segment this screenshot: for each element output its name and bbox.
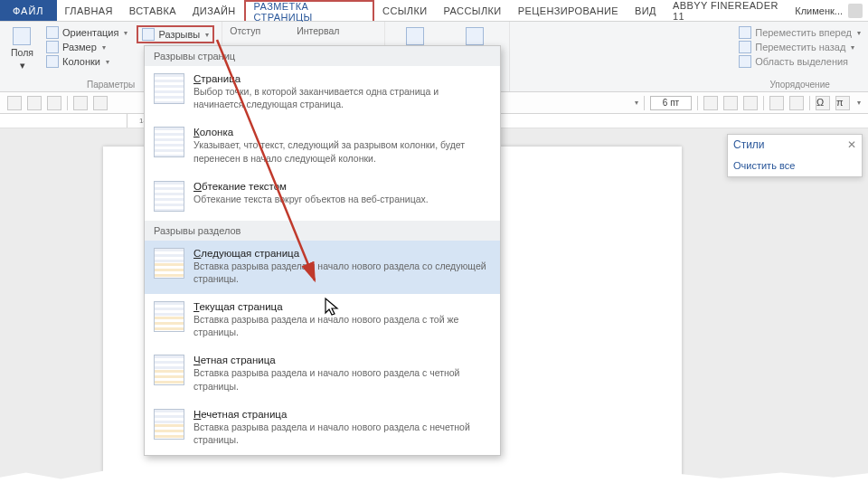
item-desc: Вставка разрыва раздела и начало нового … [193, 260, 491, 285]
close-icon[interactable]: ✕ [847, 138, 856, 151]
selection-pane-label: Область выделения [755, 56, 848, 67]
separator [644, 96, 645, 110]
qat-omega-icon[interactable]: Ω [816, 96, 830, 110]
chevron-down-icon[interactable]: ▾ [635, 99, 638, 107]
tab-references[interactable]: ССЫЛКИ [374, 0, 436, 21]
avatar [848, 4, 863, 18]
tab-design[interactable]: ДИЗАЙН [184, 0, 244, 21]
breaks-label: Разрывы [158, 29, 200, 40]
wrap-icon [466, 27, 484, 45]
chevron-down-icon: ▾ [851, 43, 854, 52]
size-button[interactable]: Размер ▾ [46, 40, 127, 54]
qat-pi-icon[interactable]: π [835, 96, 850, 110]
send-backward-icon [739, 41, 751, 53]
send-backward-label: Переместить назад [755, 42, 845, 52]
breaks-button[interactable]: Разрывы ▾ [137, 25, 214, 43]
separator [67, 96, 68, 110]
chevron-down-icon: ▾ [205, 31, 209, 39]
separator [809, 96, 810, 110]
selection-pane-button[interactable]: Область выделения [739, 54, 861, 69]
size-label: Размер [62, 42, 97, 52]
columns-label: Колонки [62, 56, 100, 67]
separator [763, 96, 764, 110]
columns-button[interactable]: Колонки ▾ [46, 54, 127, 69]
item-title: ечетная страница [201, 409, 287, 420]
mnemonic: К [193, 127, 200, 137]
spacing-value[interactable]: 6 пт [650, 96, 692, 110]
margins-button[interactable]: Поля ▾ [7, 25, 37, 78]
tab-review[interactable]: РЕЦЕНЗИРОВАНИЕ [510, 0, 627, 21]
menu-bar: ФАЙЛ ГЛАВНАЯ ВСТАВКА ДИЗАЙН РАЗМЕТКА СТР… [0, 0, 868, 22]
group-label-arrange: Упорядочение [739, 78, 861, 90]
bring-forward-button[interactable]: Переместить вперед▾ [739, 25, 861, 40]
tab-home[interactable]: ГЛАВНАЯ [57, 0, 121, 21]
section-header-page-breaks: Разрывы страниц [145, 46, 500, 66]
break-page-icon [154, 73, 184, 104]
qat-icon[interactable] [703, 96, 718, 110]
margins-label: Поля [11, 47, 33, 58]
item-title: етная страница [201, 355, 276, 365]
item-desc: Выбор точки, в которой заканчивается одн… [193, 85, 491, 110]
section-even-icon [154, 355, 184, 385]
section-break-next-page[interactable]: Следующая страница Вставка разрыва разде… [145, 241, 500, 294]
item-title: бтекание текстом [202, 181, 287, 192]
item-title: траница [201, 73, 241, 84]
qat-icon[interactable] [789, 96, 804, 110]
chevron-down-icon: ▾ [106, 58, 109, 66]
tab-mailings[interactable]: РАССЫЛКИ [436, 0, 510, 21]
section-continuous-icon [154, 301, 184, 332]
qat-redo-icon[interactable] [93, 96, 108, 110]
user-area[interactable]: Клименк... [795, 0, 868, 21]
break-text-wrapping[interactable]: Обтекание текстом Обтекание текста вокру… [145, 174, 500, 221]
break-wrap-icon [154, 181, 184, 212]
break-column[interactable]: Колонка Указывает, что текст, следующий … [145, 119, 500, 173]
item-desc: Вставка разрыва раздела и начало нового … [193, 366, 491, 392]
bring-forward-label: Переместить вперед [755, 27, 852, 38]
columns-icon [46, 55, 59, 68]
tab-page-layout[interactable]: РАЗМЕТКА СТРАНИЦЫ [244, 0, 374, 21]
tab-insert[interactable]: ВСТАВКА [121, 0, 184, 21]
section-break-even-page[interactable]: Четная страница Вставка разрыва раздела … [145, 347, 500, 401]
orientation-label: Ориентация [62, 27, 118, 38]
item-title: ледующая страница [201, 248, 299, 259]
qat-icon[interactable] [743, 96, 758, 110]
file-tab[interactable]: ФАЙЛ [0, 0, 57, 21]
qat-new-icon[interactable] [7, 96, 22, 110]
section-next-page-icon [154, 248, 184, 279]
section-break-continuous[interactable]: Текущая страница Вставка разрыва раздела… [145, 294, 500, 347]
break-page[interactable]: Страница Выбор точки, в которой заканчив… [145, 66, 500, 119]
user-name: Клименк... [795, 5, 843, 16]
styles-pane: Стили ✕ Очистить все [727, 134, 863, 177]
tab-abbyy[interactable]: ABBYY FineReader 11 [665, 0, 795, 21]
qat-open-icon[interactable] [27, 96, 42, 110]
styles-clear-all[interactable]: Очистить все [728, 155, 862, 176]
item-desc: Вставка разрыва раздела и начало нового … [193, 421, 491, 446]
item-desc: Вставка разрыва раздела и начало нового … [193, 313, 491, 338]
break-column-icon [154, 127, 184, 157]
item-desc: Обтекание текста вокруг объектов на веб-… [193, 193, 429, 205]
margins-icon [13, 27, 31, 45]
chevron-down-icon: ▾ [124, 29, 127, 37]
selection-pane-icon [739, 55, 751, 68]
section-break-odd-page[interactable]: Нечетная страница Вставка разрыва раздел… [145, 402, 500, 455]
qat-icon[interactable] [769, 96, 784, 110]
breaks-icon [142, 28, 155, 41]
section-odd-icon [154, 409, 184, 440]
tab-view[interactable]: ВИД [627, 0, 665, 21]
orientation-button[interactable]: Ориентация ▾ [46, 25, 127, 40]
mnemonic: О [193, 181, 202, 192]
send-backward-button[interactable]: Переместить назад▾ [739, 40, 861, 54]
position-icon [406, 27, 424, 45]
item-title: олонка [200, 127, 233, 137]
orientation-icon [46, 26, 59, 39]
qat-save-icon[interactable] [47, 96, 61, 110]
chevron-down-icon: ▾ [20, 60, 25, 71]
qat-icon[interactable] [723, 96, 738, 110]
section-header-section-breaks: Разрывы разделов [145, 221, 500, 241]
breaks-dropdown: Разрывы страниц Страница Выбор точки, в … [144, 45, 501, 456]
size-icon [46, 41, 59, 53]
mnemonic: Ч [193, 355, 201, 365]
styles-title: Стили [733, 138, 765, 151]
qat-undo-icon[interactable] [73, 96, 88, 110]
chevron-down-icon[interactable]: ▾ [857, 99, 861, 107]
